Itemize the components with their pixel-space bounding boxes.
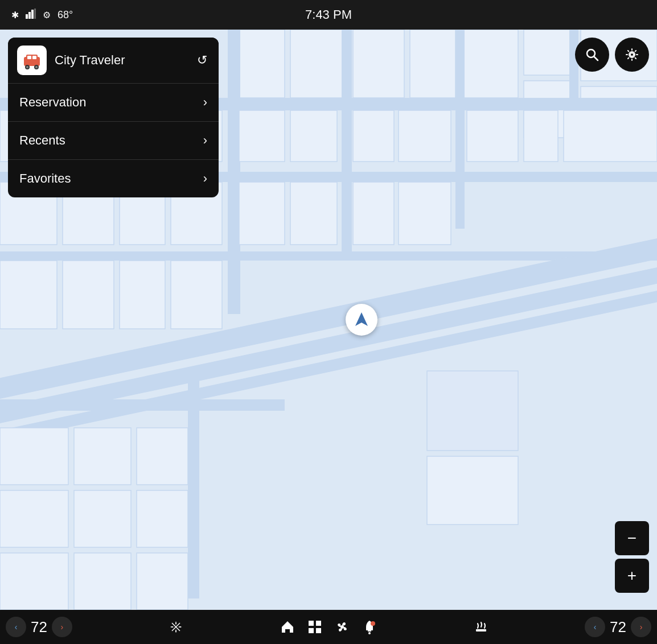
svg-rect-18 bbox=[342, 30, 352, 257]
svg-point-65 bbox=[26, 66, 28, 68]
app-card: City Traveler ↺ Reservation › Recents › … bbox=[8, 38, 219, 197]
app-header: City Traveler ↺ bbox=[8, 38, 219, 83]
svg-rect-48 bbox=[74, 428, 131, 485]
svg-rect-50 bbox=[0, 490, 68, 547]
rear-heat-icon bbox=[473, 619, 489, 635]
right-temp-control: ‹ 72 › bbox=[585, 617, 651, 637]
svg-rect-58 bbox=[0, 399, 285, 411]
svg-rect-49 bbox=[137, 428, 188, 485]
app-title: City Traveler bbox=[55, 53, 187, 68]
svg-rect-44 bbox=[63, 261, 114, 329]
grid-icon bbox=[307, 619, 323, 635]
svg-point-81 bbox=[368, 632, 371, 634]
svg-rect-54 bbox=[74, 553, 131, 610]
right-temp-decrease-button[interactable]: ‹ bbox=[585, 617, 605, 637]
svg-rect-53 bbox=[0, 553, 68, 610]
svg-rect-75 bbox=[309, 621, 314, 626]
svg-rect-23 bbox=[353, 110, 394, 162]
gear-icon bbox=[625, 48, 639, 61]
svg-rect-57 bbox=[427, 456, 518, 525]
top-right-buttons bbox=[575, 38, 649, 72]
search-icon bbox=[585, 48, 599, 61]
favorites-chevron: › bbox=[203, 171, 207, 186]
right-temp-display: 72 bbox=[607, 618, 629, 636]
bluetooth-icon: ✱ bbox=[11, 10, 19, 20]
svg-rect-21 bbox=[239, 110, 285, 162]
bottom-bar: ‹ 72 › bbox=[0, 610, 657, 644]
signal-icon bbox=[26, 9, 36, 21]
left-fan-heat-button[interactable] bbox=[168, 619, 184, 635]
svg-rect-24 bbox=[399, 110, 451, 162]
reservation-label: Reservation bbox=[19, 95, 86, 110]
svg-rect-33 bbox=[353, 182, 394, 245]
svg-marker-72 bbox=[355, 312, 368, 326]
left-fan-heat-icon bbox=[168, 619, 184, 635]
svg-point-82 bbox=[371, 621, 375, 626]
svg-rect-0 bbox=[26, 14, 28, 19]
fan-button[interactable] bbox=[334, 619, 350, 635]
svg-rect-10 bbox=[524, 30, 575, 75]
svg-rect-45 bbox=[120, 261, 165, 329]
left-temp-decrease-button[interactable]: ‹ bbox=[6, 617, 26, 637]
svg-rect-34 bbox=[399, 182, 451, 245]
svg-line-69 bbox=[594, 56, 598, 60]
svg-rect-56 bbox=[427, 371, 518, 451]
status-left: ✱ ⚙ 68° bbox=[11, 9, 73, 21]
menu-item-reservation[interactable]: Reservation › bbox=[8, 84, 219, 121]
svg-rect-46 bbox=[171, 261, 222, 329]
svg-point-67 bbox=[35, 66, 38, 68]
settings-status-icon: ⚙ bbox=[43, 10, 51, 20]
svg-rect-19 bbox=[455, 30, 465, 229]
left-temp-increase-button[interactable]: › bbox=[52, 617, 72, 637]
svg-rect-16 bbox=[0, 251, 657, 261]
search-button[interactable] bbox=[575, 38, 609, 72]
svg-rect-76 bbox=[316, 621, 321, 626]
status-bar: ✱ ⚙ 68° 7:43 PM bbox=[0, 0, 657, 30]
svg-rect-51 bbox=[74, 490, 131, 547]
temperature-display: 68° bbox=[58, 9, 73, 21]
svg-rect-9 bbox=[461, 30, 518, 98]
right-temp-increase-button[interactable]: › bbox=[631, 617, 651, 637]
svg-rect-43 bbox=[0, 261, 57, 329]
refresh-button[interactable]: ↺ bbox=[195, 51, 210, 70]
svg-rect-78 bbox=[316, 628, 321, 633]
city-traveler-icon bbox=[22, 50, 42, 71]
svg-rect-31 bbox=[239, 182, 285, 245]
svg-rect-63 bbox=[32, 56, 36, 59]
svg-rect-3 bbox=[34, 9, 36, 19]
home-icon bbox=[280, 619, 295, 635]
navigation-arrow bbox=[353, 311, 370, 328]
left-temp-display: 72 bbox=[28, 618, 50, 636]
svg-rect-5 bbox=[239, 30, 285, 98]
svg-rect-6 bbox=[290, 30, 347, 98]
grid-button[interactable] bbox=[307, 619, 323, 635]
reservation-chevron: › bbox=[203, 95, 207, 110]
svg-rect-1 bbox=[28, 12, 31, 19]
svg-rect-26 bbox=[524, 110, 558, 162]
bell-icon bbox=[362, 619, 377, 635]
home-button[interactable] bbox=[280, 619, 295, 635]
notification-button[interactable] bbox=[362, 619, 377, 635]
svg-rect-52 bbox=[137, 490, 188, 547]
zoom-out-button[interactable]: − bbox=[615, 521, 649, 555]
menu-item-recents[interactable]: Recents › bbox=[8, 122, 219, 159]
svg-rect-25 bbox=[467, 110, 518, 162]
svg-rect-32 bbox=[290, 182, 337, 245]
svg-rect-8 bbox=[410, 30, 455, 98]
zoom-in-button[interactable]: + bbox=[615, 559, 649, 593]
menu-item-favorites[interactable]: Favorites › bbox=[8, 160, 219, 197]
settings-button[interactable] bbox=[615, 38, 649, 72]
right-rear-heat-button[interactable] bbox=[473, 619, 489, 635]
recents-chevron: › bbox=[203, 133, 207, 148]
center-nav-icons bbox=[280, 619, 377, 635]
svg-rect-77 bbox=[309, 628, 314, 633]
svg-rect-83 bbox=[476, 629, 486, 631]
svg-rect-17 bbox=[228, 30, 240, 314]
fan-icon bbox=[334, 619, 350, 635]
map-area: City Traveler ↺ Reservation › Recents › … bbox=[0, 30, 657, 610]
zoom-controls: − + bbox=[615, 521, 649, 593]
svg-point-70 bbox=[630, 53, 634, 56]
favorites-label: Favorites bbox=[19, 171, 71, 186]
time-display: 7:43 PM bbox=[305, 7, 352, 22]
left-temp-control: ‹ 72 › bbox=[6, 617, 72, 637]
